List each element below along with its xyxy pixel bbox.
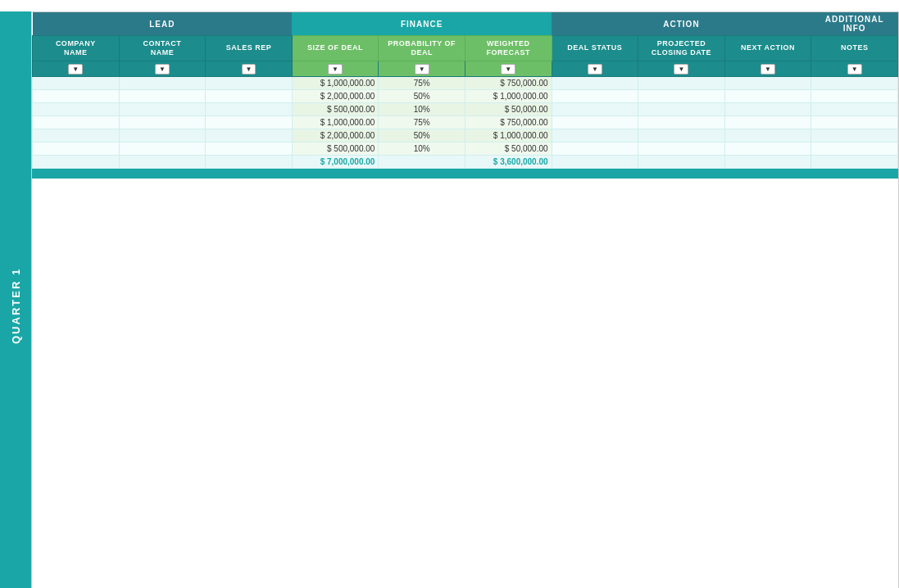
data-row-q1-r1: $ 2,000,000.0050%$ 1,000,000.00 xyxy=(33,89,898,102)
weighted-forecast-q1-r0: $ 750,000.00 xyxy=(465,76,552,89)
filter-btn-col1-q1[interactable]: ▼ xyxy=(155,64,170,75)
size-of-deal-q1-r2: $ 500,000.00 xyxy=(292,102,379,115)
filter-btn-col0-q1[interactable]: ▼ xyxy=(68,64,83,75)
probability-q1-r4: 50% xyxy=(379,129,465,142)
data-row-q1-r0: $ 1,000,000.0075%$ 750,000.00 xyxy=(33,76,898,89)
lead-section-header-q1: LEAD xyxy=(33,12,293,36)
col-header-contact-q1: CONTACTNAME xyxy=(119,36,206,61)
filter-btn-col9-q1[interactable]: ▼ xyxy=(847,64,862,75)
size-of-deal-q1-r3: $ 1,000,000.00 xyxy=(292,115,379,129)
total-row-q1: $ 7,000,000.00$ 3,600,000.00 xyxy=(33,155,898,168)
weighted-forecast-q1-r3: $ 750,000.00 xyxy=(465,115,552,129)
data-row-q1-r5: $ 500,000.0010%$ 50,000.00 xyxy=(33,142,898,155)
col-header-next-action-q1: NEXT ACTION xyxy=(724,36,811,61)
quarter-1-label: QUARTER 1 xyxy=(10,11,22,588)
col-header-company-q1: COMPANYNAME xyxy=(33,36,120,61)
size-of-deal-q1-r4: $ 2,000,000.00 xyxy=(292,129,379,142)
data-row-q1-r2: $ 500,000.0010%$ 50,000.00 xyxy=(33,102,898,115)
weighted-forecast-q1-r4: $ 1,000,000.00 xyxy=(465,129,552,142)
filter-btn-col2-q1[interactable]: ▼ xyxy=(242,64,257,75)
finance-section-header-q1: FINANCE xyxy=(292,12,552,36)
action-section-header-q1: ACTION xyxy=(552,12,811,36)
weighted-forecast-q1-r2: $ 50,000.00 xyxy=(465,102,552,115)
col-header-projected-q1: PROJECTEDCLOSING DATE xyxy=(638,36,725,61)
filter-btn-col8-q1[interactable]: ▼ xyxy=(761,64,775,75)
size-of-deal-q1-r5: $ 500,000.00 xyxy=(292,142,379,155)
col-header-weighted-q1: WEIGHTEDFORECAST xyxy=(465,36,552,61)
col-header-notes-q1: NOTES xyxy=(811,36,898,61)
filter-btn-col7-q1[interactable]: ▼ xyxy=(674,64,688,75)
probability-q1-r1: 50% xyxy=(379,89,465,102)
probability-q1-r2: 10% xyxy=(379,102,465,115)
additional-info-section-header-q1: ADDITIONAL INFO xyxy=(811,12,898,36)
data-row-q1-r4: $ 2,000,000.0050%$ 1,000,000.00 xyxy=(33,129,898,142)
col-header-deal-status-q1: DEAL STATUS xyxy=(552,36,638,61)
total-weighted-q1: $ 3,600,000.00 xyxy=(465,155,552,168)
probability-q1-r3: 75% xyxy=(379,115,465,129)
size-of-deal-q1-r1: $ 2,000,000.00 xyxy=(292,89,379,102)
probability-q1-r5: 10% xyxy=(379,142,465,155)
bottom-bar-q1 xyxy=(32,169,898,179)
total-size-q1: $ 7,000,000.00 xyxy=(292,155,379,168)
size-of-deal-q1-r0: $ 1,000,000.00 xyxy=(292,76,379,89)
weighted-forecast-q1-r1: $ 1,000,000.00 xyxy=(465,89,552,102)
data-row-q1-r3: $ 1,000,000.0075%$ 750,000.00 xyxy=(33,115,898,129)
probability-q1-r0: 75% xyxy=(379,76,465,89)
filter-btn-col5-q1[interactable]: ▼ xyxy=(501,64,515,75)
weighted-forecast-q1-r5: $ 50,000.00 xyxy=(465,142,552,155)
filter-btn-col3-q1[interactable]: ▼ xyxy=(328,64,343,75)
filter-btn-col4-q1[interactable]: ▼ xyxy=(415,64,429,75)
page-title xyxy=(0,0,899,11)
col-header-sales-rep-q1: SALES REP xyxy=(206,36,293,61)
col-header-size-of-deal-q1: SIZE OF DEAL xyxy=(292,36,379,61)
filter-btn-col6-q1[interactable]: ▼ xyxy=(588,64,602,75)
quarter-1-block: QUARTER 1LEADFINANCEACTIONADDITIONAL INF… xyxy=(0,11,899,588)
col-header-probability-of-q1: PROBABILITY OFDEAL xyxy=(379,36,465,61)
